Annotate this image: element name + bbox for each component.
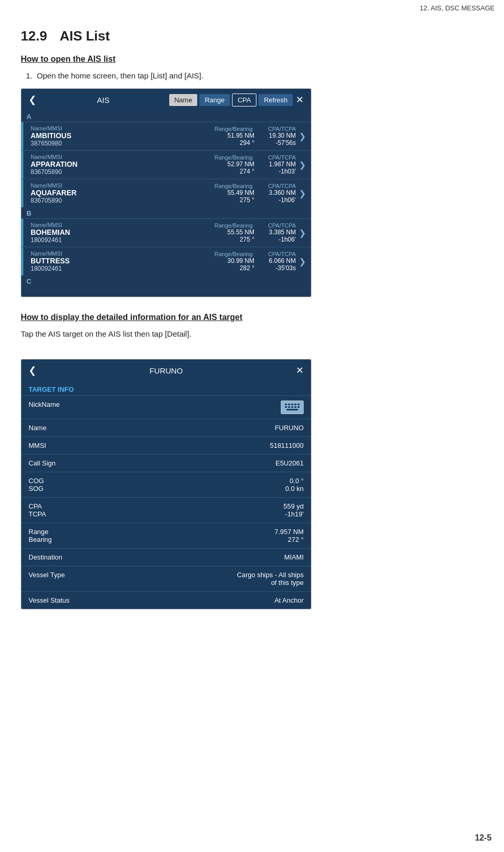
refresh-btn-label: Refresh	[264, 96, 288, 104]
blue-bar	[21, 179, 23, 207]
how-to-open-label: How to open the AIS list	[21, 55, 116, 63]
page-header: 12. AIS, DSC MESSAGE	[420, 4, 495, 12]
svg-rect-8	[294, 406, 296, 408]
blue-bar	[21, 122, 23, 150]
chevron-right-icon: ❯	[299, 228, 306, 238]
chevron-right-icon: ❯	[299, 131, 306, 141]
svg-rect-7	[291, 406, 293, 408]
ais-list-mockup: ❮ AIS Name Range CPA Refresh ✕ A Name/MM…	[21, 88, 311, 297]
ais-row-left-buttress: Name/MMSI BUTTRESS 180092461	[31, 250, 213, 272]
ais-list-header: ❮ AIS Name Range CPA Refresh ✕	[21, 89, 311, 111]
refresh-button[interactable]: Refresh	[258, 94, 293, 106]
range-btn-label: Range	[205, 96, 224, 104]
section-c-text: C	[26, 277, 31, 285]
how-to-display-title: How to display the detailed information …	[21, 313, 483, 322]
mmsi-row: MMSI 518111000	[21, 436, 311, 454]
chevron-right-icon: ❯	[299, 257, 306, 267]
name-btn-label: Name	[174, 96, 193, 104]
ais-list-title: AIS	[39, 96, 167, 104]
how-to-open-title: How to open the AIS list	[21, 55, 483, 64]
callsign-row: Call Sign E5U2061	[21, 454, 311, 472]
svg-rect-1	[288, 404, 290, 405]
page-header-text: 12. AIS, DSC MESSAGE	[420, 4, 495, 12]
ais-row-right-ambitious: Range/Bearing CPA/TCPA 51.95 NM 294 ° 19…	[213, 126, 296, 147]
name-row: Name FURUNO	[21, 419, 311, 436]
blue-bar	[21, 219, 23, 247]
cpa-tcpa-row: CPA TCPA 559 yd -1h19'	[21, 497, 311, 523]
ais-row-right-apparation: Range/Bearing CPA/TCPA 52.97 NM 274 ° 1.…	[213, 154, 296, 175]
section-b-label: B	[21, 207, 311, 218]
section-b-text: B	[26, 209, 31, 217]
section-title: 12.9 AIS List	[21, 28, 483, 44]
vessel-type-row: Vessel Type Cargo ships - All ships of t…	[21, 566, 311, 591]
blue-bar	[21, 247, 23, 275]
section-a-text: A	[26, 113, 31, 121]
svg-rect-6	[288, 406, 290, 408]
vessel-status-row: Vessel Status At Anchor	[21, 591, 311, 609]
name-button[interactable]: Name	[169, 94, 198, 106]
ais-row-left-aquafarer: Name/MMSI AQUAFARER 836705890	[31, 182, 213, 204]
ais-row-right-buttress: Range/Bearing CPA/TCPA 30.99 NM 282 ° 6.…	[213, 251, 296, 272]
ais-row-aquafarer[interactable]: Name/MMSI AQUAFARER 836705890 Range/Bear…	[21, 179, 311, 207]
ais-row-left-bohemian: Name/MMSI BOHEMIAN 180092461	[31, 222, 213, 244]
range-button[interactable]: Range	[199, 94, 229, 106]
cog-sog-row: COG SOG 0.0 ° 0.0 kn	[21, 472, 311, 497]
cpa-btn-label: CPA	[238, 96, 251, 104]
target-info-label: TARGET INFO	[21, 381, 311, 395]
back-button[interactable]: ❮	[25, 94, 39, 105]
destination-row: Destination MIAMI	[21, 548, 311, 566]
ais-row-left-ambitious: Name/MMSI AMBITIOUS 387650980	[31, 125, 213, 147]
cpa-button[interactable]: CPA	[232, 94, 257, 106]
ais-row-left-apparation: Name/MMSI APPARATION 836705890	[31, 154, 213, 176]
nickname-row: NickName	[21, 395, 311, 419]
chevron-right-icon: ❯	[299, 160, 306, 170]
svg-rect-2	[291, 404, 293, 405]
how-to-display-label: How to display the detailed information …	[21, 313, 242, 322]
close-button[interactable]: ✕	[293, 94, 307, 105]
svg-rect-0	[285, 404, 287, 405]
furuno-detail-mockup: ❮ FURUNO ✕ TARGET INFO NickName	[21, 359, 311, 609]
chevron-right-icon: ❯	[299, 189, 306, 198]
ais-row-bohemian[interactable]: Name/MMSI BOHEMIAN 180092461 Range/Beari…	[21, 218, 311, 247]
instruction-label: Tap the AIS target on the AIS list then …	[21, 329, 192, 338]
keyboard-icon[interactable]	[281, 401, 304, 414]
step-1-label: Open the home screen, then tap [List] an…	[37, 71, 203, 80]
svg-rect-3	[294, 404, 296, 405]
detail-close-button[interactable]: ✕	[293, 365, 307, 376]
step-1-text: 1. Open the home screen, then tap [List]…	[26, 71, 483, 80]
detail-title: FURUNO	[39, 366, 293, 375]
section-a-label: A	[21, 111, 311, 122]
section-number: 12.9	[21, 28, 47, 44]
ais-row-right-aquafarer: Range/Bearing CPA/TCPA 55.49 NM 275 ° 3.…	[213, 183, 296, 204]
svg-rect-5	[285, 406, 287, 408]
section-name: AIS List	[60, 28, 110, 44]
ais-list-body: A Name/MMSI AMBITIOUS 387650980 Range/Be…	[21, 111, 311, 297]
page-footer: 12-5	[475, 833, 492, 843]
detail-back-button[interactable]: ❮	[25, 365, 39, 376]
svg-rect-10	[287, 409, 298, 410]
ais-row-right-bohemian: Range/Bearing CPA/TCPA 55.55 NM 275 ° 3.…	[213, 222, 296, 243]
page-number: 12-5	[475, 833, 492, 842]
svg-rect-9	[297, 406, 299, 408]
detail-body: TARGET INFO NickName	[21, 381, 311, 609]
section-c-label: C	[21, 275, 311, 286]
range-bearing-row: Range Bearing 7.957 NM 272 °	[21, 523, 311, 548]
svg-rect-4	[297, 404, 299, 405]
furuno-detail-header: ❮ FURUNO ✕	[21, 360, 311, 381]
ais-row-ambitious[interactable]: Name/MMSI AMBITIOUS 387650980 Range/Bear…	[21, 122, 311, 150]
ais-row-apparation[interactable]: Name/MMSI APPARATION 836705890 Range/Bea…	[21, 150, 311, 179]
ais-row-buttress[interactable]: Name/MMSI BUTTRESS 180092461 Range/Beari…	[21, 247, 311, 275]
instruction-text: Tap the AIS target on the AIS list then …	[21, 329, 483, 338]
blue-bar	[21, 151, 23, 179]
